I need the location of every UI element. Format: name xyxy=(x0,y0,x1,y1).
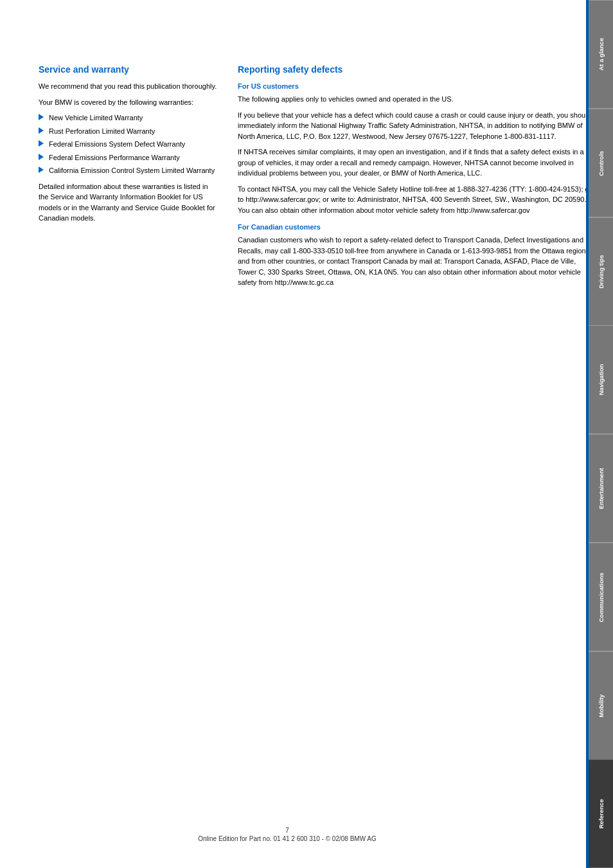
page-container: Service and warranty We recommend that y… xyxy=(0,0,613,868)
intro-para-1: We recommend that you read this publicat… xyxy=(39,81,218,92)
us-customers-subtitle: For US customers xyxy=(238,82,594,90)
bullet-text: Federal Emissions Performance Warranty xyxy=(49,152,180,163)
nav-tab-tab-controls[interactable]: Controls xyxy=(589,109,613,217)
nav-tab-tab-reference[interactable]: Reference xyxy=(589,759,613,868)
page-number: 7 xyxy=(0,827,574,834)
us-para-2: If you believe that your vehicle has a d… xyxy=(238,110,594,142)
nav-tab-tab-at-glance[interactable]: At a glance xyxy=(589,0,613,109)
bullet-item: California Emission Control System Limit… xyxy=(39,165,218,176)
page-footer: 7 Online Edition for Part no. 01 41 2 60… xyxy=(0,827,574,842)
bullet-arrow-icon xyxy=(39,140,45,147)
canadian-customers-subtitle: For Canadian customers xyxy=(238,223,594,231)
main-content: Service and warranty We recommend that y… xyxy=(0,0,613,868)
left-column: Service and warranty We recommend that y… xyxy=(39,64,218,293)
bullet-text: New Vehicle Limited Warranty xyxy=(49,113,143,123)
us-para-1: The following applies only to vehicles o… xyxy=(238,94,594,105)
right-column: Reporting safety defects For US customer… xyxy=(238,64,594,293)
us-para-4: To contact NHTSA, you may call the Vehic… xyxy=(238,184,594,216)
canadian-para-1: Canadian customers who wish to report a … xyxy=(238,235,594,288)
bullet-item: Federal Emissions Performance Warranty xyxy=(39,152,218,163)
nav-tab-tab-driving[interactable]: Driving tips xyxy=(589,217,613,326)
detail-text: Detailed information about these warrant… xyxy=(39,181,218,224)
bullet-text: Rust Perforation Limited Warranty xyxy=(49,126,155,137)
bullet-item: Federal Emissions System Defect Warranty xyxy=(39,139,218,150)
sidebar-navigation: At a glanceControlsDriving tipsNavigatio… xyxy=(589,0,613,868)
reporting-safety-title: Reporting safety defects xyxy=(238,64,594,75)
nav-tab-tab-communications[interactable]: Communications xyxy=(589,543,613,651)
bullet-text: California Emission Control System Limit… xyxy=(49,165,215,176)
nav-tab-tab-mobility[interactable]: Mobility xyxy=(589,651,613,760)
nav-tab-tab-entertainment[interactable]: Entertainment xyxy=(589,434,613,543)
nav-tab-tab-navigation[interactable]: Navigation xyxy=(589,325,613,434)
bullet-arrow-icon xyxy=(39,114,45,120)
bullet-arrow-icon xyxy=(39,167,45,173)
bullet-arrow-icon xyxy=(39,154,45,160)
service-warranty-title: Service and warranty xyxy=(39,64,218,75)
us-para-3: If NHTSA receives similar complaints, it… xyxy=(238,147,594,179)
two-column-layout: Service and warranty We recommend that y… xyxy=(39,64,594,293)
warranty-bullet-list: New Vehicle Limited WarrantyRust Perfora… xyxy=(39,113,218,176)
bullet-arrow-icon xyxy=(39,127,45,134)
intro-para-2: Your BMW is covered by the following war… xyxy=(39,97,218,108)
bullet-item: Rust Perforation Limited Warranty xyxy=(39,126,218,137)
bullet-text: Federal Emissions System Defect Warranty xyxy=(49,139,185,150)
bullet-item: New Vehicle Limited Warranty xyxy=(39,113,218,123)
copyright-text: Online Edition for Part no. 01 41 2 600 … xyxy=(0,835,574,842)
